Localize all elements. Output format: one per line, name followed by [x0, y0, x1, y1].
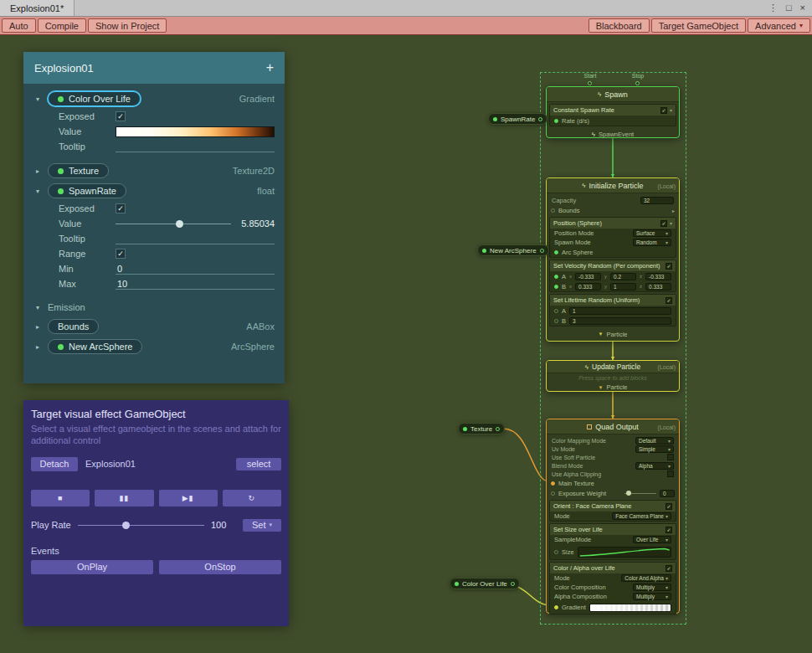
b-input-port[interactable]: [554, 285, 558, 289]
maximize-icon[interactable]: □: [786, 3, 792, 13]
min-input[interactable]: 0: [116, 264, 275, 275]
a-z-field[interactable]: -0.333: [645, 273, 671, 280]
block-header[interactable]: Set Velocity Random (Per component) ✓: [550, 260, 676, 271]
node-header[interactable]: ϟ Spawn: [547, 87, 679, 102]
onstop-button[interactable]: OnStop: [159, 560, 281, 574]
value-number-field[interactable]: 5.85034: [236, 219, 275, 229]
output-port[interactable]: [496, 427, 500, 431]
spawn-context-node[interactable]: ϟ Spawn Constant Spawn Rate ✓ ▾ Rate (d/…: [546, 86, 680, 138]
spawn-start-port[interactable]: [588, 81, 592, 85]
alpha-clipping-checkbox[interactable]: [667, 470, 674, 477]
chevron-down-icon[interactable]: ▾: [33, 304, 42, 311]
arc-sphere-input-port[interactable]: [554, 250, 558, 255]
sample-mode-dropdown[interactable]: Over Life ▾: [633, 536, 671, 543]
position-mode-dropdown[interactable]: Surface ▾: [633, 229, 671, 237]
size-curve-field[interactable]: [578, 547, 671, 558]
block-enabled-checkbox[interactable]: ✓: [666, 565, 672, 572]
output-port[interactable]: [540, 249, 544, 253]
alpha-composition-dropdown[interactable]: Multiply ▾: [633, 593, 671, 600]
b-input-port[interactable]: [554, 319, 558, 323]
menu-icon[interactable]: ⋮: [768, 3, 778, 13]
chevron-right-icon[interactable]: ▸: [33, 343, 42, 351]
position-sphere-block[interactable]: Position (Sphere) ✓ ▾ Position Mode Surf…: [549, 217, 676, 258]
max-input[interactable]: 10: [116, 279, 275, 290]
block-header[interactable]: Orient : Face Camera Plane ✓: [550, 501, 676, 512]
orient-block[interactable]: Orient : Face Camera Plane ✓ Mode Face C…: [549, 500, 676, 522]
close-icon[interactable]: ×: [800, 3, 805, 13]
blackboard-panel[interactable]: Explosion01 + ▾ Color Over Life Gradient…: [23, 52, 285, 383]
quad-output-context-node[interactable]: ▼ Quad Output (Local) Color Mapping Mode…: [546, 419, 680, 614]
exposed-checkbox[interactable]: ✓: [116, 203, 126, 213]
param-pill-new-arcsphere[interactable]: New ArcSphere: [48, 339, 142, 354]
a-input-port[interactable]: [554, 275, 558, 279]
flow-input-port[interactable]: ▼: [610, 172, 616, 178]
a-x-field[interactable]: -0.333: [575, 273, 601, 280]
lifetime-b-field[interactable]: 3: [569, 317, 671, 325]
advanced-dropdown-button[interactable]: Advanced ▾: [748, 18, 810, 33]
onplay-button[interactable]: OnPlay: [31, 560, 153, 574]
asset-tab[interactable]: Explosion01*: [0, 0, 75, 16]
space-label[interactable]: (Local): [658, 183, 676, 188]
parameter-node-texture[interactable]: Texture: [458, 423, 505, 434]
set-velocity-random-block[interactable]: Set Velocity Random (Per component) ✓ A …: [549, 260, 676, 292]
chevron-down-icon[interactable]: ▾: [33, 95, 42, 103]
block-enabled-checkbox[interactable]: ✓: [660, 220, 667, 227]
color-composition-dropdown[interactable]: Multiply ▾: [633, 584, 671, 591]
target-gameobject-panel[interactable]: Target visual effect GameObject Select a…: [23, 400, 289, 626]
lifetime-a-field[interactable]: 1: [569, 307, 671, 315]
parameter-node-spawnrate[interactable]: SpawnRate: [488, 113, 547, 125]
exposure-weight-input-port[interactable]: [551, 491, 555, 496]
node-header[interactable]: ϟ Update Particle (Local): [547, 361, 679, 373]
graph-canvas[interactable]: Explosion01 + ▾ Color Over Life Gradient…: [0, 35, 812, 653]
set-lifetime-random-block[interactable]: Set Lifetime Random (Uniform) ✓ A 1 B 3: [549, 294, 676, 326]
category-row-emission[interactable]: ▾ Emission: [23, 298, 285, 316]
gradient-preview-field[interactable]: [116, 126, 275, 137]
param-pill-bounds[interactable]: Bounds: [48, 319, 99, 334]
soft-particle-checkbox[interactable]: [667, 454, 674, 460]
constant-spawn-rate-block[interactable]: Constant Spawn Rate ✓ ▾ Rate (d/s): [549, 104, 676, 126]
a-input-port[interactable]: [554, 309, 558, 313]
color-alpha-over-life-block[interactable]: Color / Alpha over Life ✓ Mode Color And…: [549, 562, 676, 614]
add-parameter-button[interactable]: +: [266, 60, 274, 75]
block-enabled-checkbox[interactable]: ✓: [666, 297, 672, 304]
chevron-right-icon[interactable]: ▸: [33, 323, 42, 331]
param-pill-color-over-life[interactable]: Color Over Life: [48, 91, 141, 106]
play-rate-value-field[interactable]: 100: [211, 520, 236, 530]
update-context-node[interactable]: ▼ ϟ Update Particle (Local) Press space …: [546, 360, 680, 392]
blackboard-toggle-button[interactable]: Blackboard: [588, 18, 650, 33]
block-enabled-checkbox[interactable]: ✓: [666, 527, 672, 533]
b-x-field[interactable]: 0.333: [575, 283, 601, 291]
block-enabled-checkbox[interactable]: ✓: [666, 263, 672, 270]
step-button[interactable]: ▶▮: [159, 490, 218, 506]
exposure-weight-slider[interactable]: [624, 490, 656, 497]
a-y-field[interactable]: 0.2: [610, 273, 636, 280]
output-port[interactable]: [538, 117, 542, 121]
b-y-field[interactable]: 1: [610, 283, 636, 291]
auto-button[interactable]: Auto: [2, 18, 36, 33]
orient-mode-dropdown[interactable]: Face Camera Plane ▾: [612, 512, 671, 520]
block-header[interactable]: Color / Alpha over Life ✓: [550, 563, 676, 573]
space-label[interactable]: (Local): [658, 364, 676, 370]
exposure-weight-field[interactable]: 0: [660, 490, 675, 497]
pause-button[interactable]: ▮▮: [95, 490, 153, 506]
param-pill-texture[interactable]: Texture: [48, 163, 109, 178]
range-checkbox[interactable]: ✓: [116, 249, 126, 259]
bounds-input-port[interactable]: [551, 208, 555, 213]
tooltip-input[interactable]: [116, 234, 275, 244]
detach-button[interactable]: Detach: [31, 457, 78, 471]
size-input-port[interactable]: [554, 550, 558, 554]
block-header[interactable]: Position (Sphere) ✓ ▾: [550, 218, 676, 229]
block-header[interactable]: Constant Spawn Rate ✓ ▾: [550, 105, 676, 116]
flow-input-port[interactable]: ▼: [610, 355, 616, 361]
chevron-down-icon[interactable]: ▾: [33, 188, 42, 195]
stop-button[interactable]: ■: [31, 490, 90, 506]
tooltip-input[interactable]: [116, 141, 275, 152]
block-header[interactable]: Set Lifetime Random (Uniform) ✓: [550, 295, 676, 306]
gradient-input-port[interactable]: [554, 605, 558, 609]
color-mapping-dropdown[interactable]: Default ▾: [635, 437, 674, 445]
show-in-project-button[interactable]: Show in Project: [88, 18, 167, 33]
flow-input-port[interactable]: ▼: [610, 414, 616, 419]
parameter-node-color-over-life[interactable]: Color Over Life: [450, 578, 520, 589]
flow-output-port[interactable]: ▼: [599, 332, 604, 337]
spawn-mode-dropdown[interactable]: Random ▾: [633, 239, 671, 246]
